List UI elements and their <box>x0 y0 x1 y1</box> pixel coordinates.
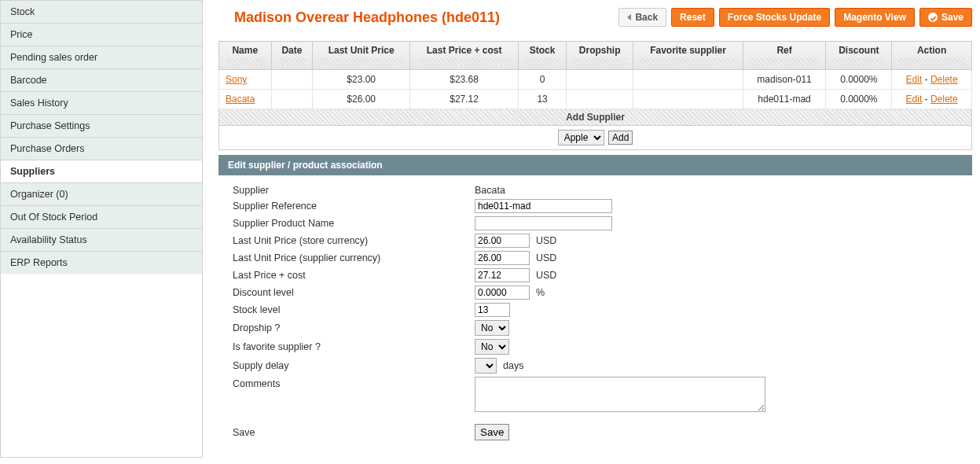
add-supplier-button[interactable]: Add <box>608 131 633 145</box>
page-title: Madison Overear Headphones (hde011) <box>234 9 618 26</box>
suppliers-table: Name Date Last Unit Price Last Price + c… <box>218 41 972 109</box>
cell-last-price-cost: $23.68 <box>410 70 519 90</box>
table-row: Sony $23.00 $23.68 0 madison-011 0.0000%… <box>219 70 972 90</box>
supplier-link[interactable]: Bacata <box>226 94 255 105</box>
reset-button[interactable]: Reset <box>671 8 714 27</box>
main-content: Madison Overear Headphones (hde011) Back… <box>203 0 980 458</box>
sidebar-item-price[interactable]: Price <box>1 23 202 46</box>
add-supplier-row: Apple Add <box>218 126 972 150</box>
unit-usd: USD <box>536 252 556 263</box>
form-save-button[interactable]: Save <box>475 424 509 440</box>
panel-title: Edit supplier / product association <box>218 155 972 175</box>
table-row: Bacata $26.00 $27.12 13 hde011-mad 0.000… <box>219 90 972 109</box>
page-header: Madison Overear Headphones (hde011) Back… <box>218 0 972 41</box>
sidebar-item-organizer[interactable]: Organizer (0) <box>1 182 202 205</box>
delete-link[interactable]: Delete <box>930 74 958 85</box>
select-delay[interactable] <box>475 358 497 374</box>
cell-dropship <box>567 70 633 90</box>
label-discount: Discount level <box>218 284 470 301</box>
cell-last-unit-price: $26.00 <box>313 90 410 109</box>
label-stock: Stock level <box>218 301 470 319</box>
unit-usd: USD <box>536 235 556 246</box>
label-last-unit-store: Last Unit Price (store currency) <box>218 232 470 249</box>
edit-form: Supplier Bacata Supplier Reference Suppl… <box>218 183 972 442</box>
label-dropship: Dropship ? <box>218 319 470 337</box>
sidebar-item-sales-history[interactable]: Sales History <box>1 91 202 114</box>
sidebar-item-barcode[interactable]: Barcode <box>1 68 202 91</box>
label-supplier: Supplier <box>218 183 470 197</box>
cell-last-price-cost: $27.12 <box>410 90 519 109</box>
back-button-label: Back <box>635 12 658 23</box>
supplier-link[interactable]: Sony <box>226 74 247 85</box>
cell-discount: 0.0000% <box>826 70 892 90</box>
col-date[interactable]: Date <box>271 42 313 70</box>
cell-discount: 0.0000% <box>826 90 892 109</box>
textarea-comments[interactable] <box>475 377 765 412</box>
label-delay: Supply delay <box>218 356 470 375</box>
sidebar-item-purchase-settings[interactable]: Purchase Settings <box>1 114 202 137</box>
label-product-name: Supplier Product Name <box>218 215 470 232</box>
input-product-name[interactable] <box>475 216 612 230</box>
label-reference: Supplier Reference <box>218 197 470 215</box>
unit-days: days <box>503 360 523 371</box>
label-save: Save <box>218 422 470 442</box>
sidebar-item-purchase-orders[interactable]: Purchase Orders <box>1 137 202 160</box>
input-last-unit-supplier[interactable] <box>475 251 530 265</box>
col-discount[interactable]: Discount <box>826 42 892 70</box>
magento-view-button[interactable]: Magento View <box>835 8 915 27</box>
edit-link[interactable]: Edit <box>906 94 923 105</box>
cell-dropship <box>567 90 633 109</box>
back-button[interactable]: Back <box>618 8 666 27</box>
cell-action: Edit - Delete <box>892 70 972 90</box>
col-favorite[interactable]: Favorite supplier <box>633 42 743 70</box>
col-stock[interactable]: Stock <box>519 42 567 70</box>
unit-percent: % <box>536 287 545 298</box>
cell-stock: 13 <box>519 90 567 109</box>
select-dropship[interactable]: No <box>475 320 509 336</box>
input-reference[interactable] <box>475 199 612 213</box>
value-supplier: Bacata <box>470 183 972 197</box>
force-stocks-button[interactable]: Force Stocks Update <box>719 8 830 27</box>
unit-usd: USD <box>536 270 556 281</box>
input-last-unit-store[interactable] <box>475 234 530 248</box>
add-supplier-select[interactable]: Apple <box>558 130 604 145</box>
sidebar-item-erp-reports[interactable]: ERP Reports <box>1 251 202 274</box>
col-action[interactable]: Action <box>892 42 972 70</box>
sidebar-item-out-of-stock-period[interactable]: Out Of Stock Period <box>1 205 202 228</box>
sidebar-item-suppliers[interactable]: Suppliers <box>1 160 202 182</box>
label-comments: Comments <box>218 375 470 416</box>
header-buttons: Back Reset Force Stocks Update Magento V… <box>618 8 972 27</box>
cell-date <box>271 90 313 109</box>
sidebar: Stock Price Pending sales order Barcode … <box>0 0 203 458</box>
sidebar-item-pending-sales-order[interactable]: Pending sales order <box>1 46 202 68</box>
cell-ref: madison-011 <box>743 70 826 90</box>
col-last-price-cost[interactable]: Last Price + cost <box>410 42 519 70</box>
sidebar-item-availability-status[interactable]: Availability Status <box>1 228 202 251</box>
cell-ref: hde011-mad <box>743 90 826 109</box>
delete-link[interactable]: Delete <box>930 94 958 105</box>
select-favorite[interactable]: No <box>475 339 509 355</box>
cell-favorite <box>633 90 743 109</box>
save-button-label: Save <box>941 12 963 23</box>
check-icon <box>928 13 938 22</box>
label-last-unit-supplier: Last Unit Price (supplier currency) <box>218 249 470 267</box>
input-last-price-cost[interactable] <box>475 268 530 282</box>
cell-favorite <box>633 70 743 90</box>
cell-date <box>271 70 313 90</box>
input-stock[interactable] <box>475 303 510 317</box>
sidebar-item-stock[interactable]: Stock <box>1 0 202 23</box>
back-icon <box>627 14 631 20</box>
col-dropship[interactable]: Dropship <box>567 42 633 70</box>
label-last-price-cost: Last Price + cost <box>218 267 470 284</box>
label-favorite: Is favorite supplier ? <box>218 337 470 356</box>
col-ref[interactable]: Ref <box>743 42 826 70</box>
save-button[interactable]: Save <box>919 8 972 27</box>
col-last-unit-price[interactable]: Last Unit Price <box>313 42 410 70</box>
cell-last-unit-price: $23.00 <box>313 70 410 90</box>
edit-link[interactable]: Edit <box>906 74 923 85</box>
cell-action: Edit - Delete <box>892 90 972 109</box>
add-supplier-title: Add Supplier <box>218 109 972 126</box>
cell-stock: 0 <box>519 70 567 90</box>
input-discount[interactable] <box>475 285 530 300</box>
col-name[interactable]: Name <box>219 42 272 70</box>
